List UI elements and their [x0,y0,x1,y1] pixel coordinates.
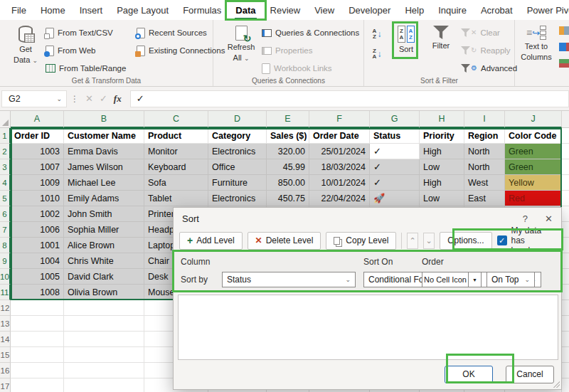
cell-B14[interactable] [64,332,144,347]
cell-H2[interactable]: High [420,144,464,159]
cell-A13[interactable] [11,316,64,332]
move-up-button[interactable]: ⌃ [407,233,418,249]
cell-D3[interactable]: Office [208,159,267,175]
cell-E3[interactable]: 45.99 [267,159,309,175]
column-header-partial[interactable] [562,111,569,128]
row-header-10[interactable]: 10 [0,269,11,285]
cell-B4[interactable]: Michael Lee [64,175,144,191]
cell-D2[interactable]: Electronics [208,144,267,159]
cell-B6[interactable]: John Smith [64,206,144,222]
sort-button[interactable]: Sort [395,26,418,53]
cell-H3[interactable]: Low [420,159,464,175]
sort-descending-button[interactable]: ↓ [366,46,388,63]
cell-F3[interactable]: 18/03/2024 [309,159,370,175]
tab-data[interactable]: Data [228,1,262,20]
cell-G4[interactable]: ✓ [370,175,420,191]
cell-E2[interactable]: 320.00 [267,144,309,159]
row-header-11[interactable]: 11 [0,285,11,300]
cell-H4[interactable]: High [420,175,464,191]
order-dropdown[interactable]: On Top ⌄ [486,272,535,287]
tab-view[interactable]: View [307,1,341,20]
tab-review[interactable]: Review [263,1,308,20]
cell-A3[interactable]: 1007 [11,159,64,175]
cell-B11[interactable]: Olivia Brown [64,285,144,300]
column-header-C[interactable]: C [144,111,208,128]
column-header-I[interactable]: I [464,111,505,128]
cell-A16[interactable] [11,363,64,378]
cell-partial-17[interactable] [562,378,569,392]
row-header-5[interactable]: 5 [0,191,11,206]
row-header-1[interactable]: 1 [0,128,11,144]
order-icon-dropdown-arrow[interactable]: ▼ [469,272,482,287]
cell-partial-7[interactable] [562,222,569,238]
from-text-csv-button[interactable]: From Text/CSV [46,26,113,39]
sort-ascending-button[interactable]: ↓ [366,26,388,43]
cell-B15[interactable] [64,347,144,363]
row-header-8[interactable]: 8 [0,238,11,253]
cell-B17[interactable] [64,378,144,392]
cell-D4[interactable]: Furniture [208,175,267,191]
tab-insert[interactable]: Insert [73,1,110,20]
column-header-F[interactable]: F [309,111,370,128]
cell-B13[interactable] [64,316,144,332]
cell-A15[interactable] [11,347,64,363]
my-data-has-headers-checkbox[interactable]: ✓ My data has headers [497,226,555,255]
cell-G2[interactable]: ✓ [370,144,420,159]
column-header-G[interactable]: G [370,111,420,128]
row-header-4[interactable]: 4 [0,175,11,191]
remove-duplicates-icon[interactable] [559,43,569,51]
from-web-button[interactable]: From Web [46,44,95,57]
refresh-all-button[interactable]: ↻ Refresh All ⌄ [223,26,259,63]
tab-power-pivot[interactable]: Power Pivot [520,1,569,20]
cell-F4[interactable]: 10/01/2024 [309,175,370,191]
cell-partial-10[interactable] [562,269,569,285]
cell-partial-2[interactable] [562,144,569,159]
cell-A9[interactable]: 1004 [11,253,64,269]
row-header-15[interactable]: 15 [0,347,11,363]
cell-D5[interactable]: Electronics [208,191,267,206]
row-header-9[interactable]: 9 [0,253,11,269]
cell-B3[interactable]: James Wilson [64,159,144,175]
cell-partial-13[interactable] [562,316,569,332]
cell-partial-11[interactable] [562,285,569,300]
column-header-H[interactable]: H [420,111,464,128]
cell-A10[interactable]: 1005 [11,269,64,285]
cell-B2[interactable]: Emma Davis [64,144,144,159]
row-header-2[interactable]: 2 [0,144,11,159]
cell-C5[interactable]: Tablet [144,191,208,206]
row-header-3[interactable]: 3 [0,159,11,175]
text-to-columns-button[interactable]: ≡↪ Text to Columns [518,26,555,61]
cell-B8[interactable]: Alice Brown [64,238,144,253]
cell-C2[interactable]: Monitor [144,144,208,159]
cell-D1[interactable]: Category [208,128,267,144]
cell-J4[interactable]: Yellow [505,175,562,191]
cell-partial-1[interactable] [562,128,569,144]
cell-A5[interactable]: 1010 [11,191,64,206]
cell-J1[interactable]: Color Code [505,128,562,144]
row-header-17[interactable]: 17 [0,378,11,392]
column-header-A[interactable]: A [11,111,64,128]
tab-acrobat[interactable]: Acrobat [474,1,520,20]
cell-partial-4[interactable] [562,175,569,191]
row-header-6[interactable]: 6 [0,206,11,222]
cell-H1[interactable]: Priority [420,128,464,144]
cell-A7[interactable]: 1006 [11,222,64,238]
row-header-16[interactable]: 16 [0,363,11,378]
cell-I4[interactable]: West [464,175,505,191]
cell-A17[interactable] [11,378,64,392]
cell-A4[interactable]: 1009 [11,175,64,191]
cell-partial-9[interactable] [562,253,569,269]
cell-B16[interactable] [64,363,144,378]
column-header-B[interactable]: B [64,111,144,128]
order-icon-dropdown[interactable]: No Cell Icon [422,272,469,287]
options-button[interactable]: Options... [440,232,491,250]
drag-handle-icon[interactable]: ⋮ [70,94,79,104]
cell-C4[interactable]: Sofa [144,175,208,191]
cell-I3[interactable]: North [464,159,505,175]
cell-partial-15[interactable] [562,347,569,363]
cell-E1[interactable]: Sales ($) [267,128,309,144]
ok-button[interactable]: OK [445,366,493,383]
cell-B12[interactable] [64,300,144,316]
cell-H5[interactable]: Low [420,191,464,206]
select-all-corner[interactable] [0,111,11,128]
